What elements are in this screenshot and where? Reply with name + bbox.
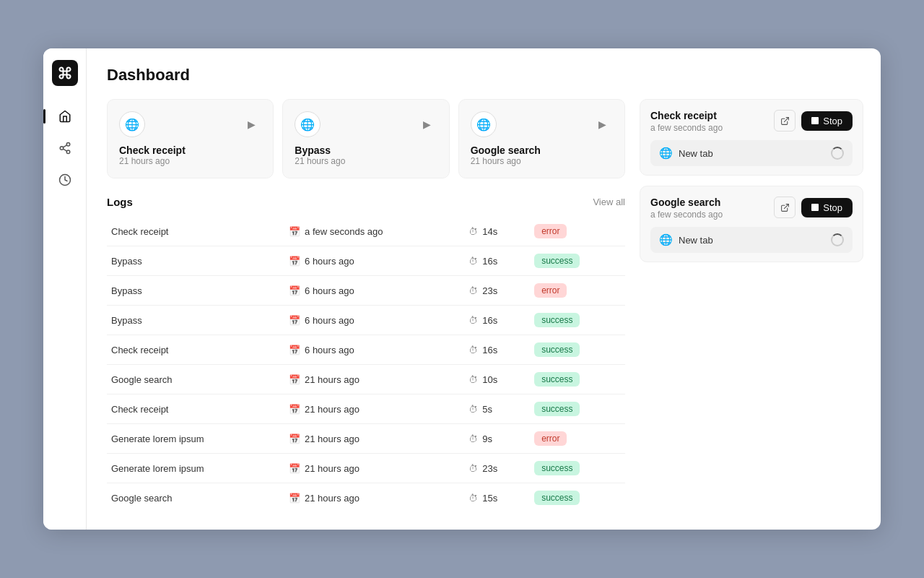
calendar-icon: 📅 — [289, 493, 300, 504]
log-status: error — [530, 217, 625, 246]
logs-title: Logs — [107, 196, 133, 208]
running-agent-card-google-search-running: Google search a few seconds ago Stop — [640, 186, 863, 262]
agent-card-header: 🌐 ▶ — [119, 111, 261, 137]
play-button-google-search[interactable]: ▶ — [593, 114, 613, 134]
running-agent-info: Google search a few seconds ago — [650, 197, 723, 220]
log-name: Bypass — [107, 306, 284, 335]
svg-line-7 — [784, 204, 788, 208]
log-duration: ⏱ 23s — [464, 454, 530, 483]
log-row: Check receipt 📅 6 hours ago ⏱ 16s succes… — [107, 335, 625, 365]
log-duration: ⏱ 16s — [464, 306, 530, 335]
running-agent-name: Check receipt — [650, 110, 723, 121]
log-row: Bypass 📅 6 hours ago ⏱ 16s success — [107, 246, 625, 276]
stop-button[interactable]: Stop — [801, 198, 853, 217]
log-duration: ⏱ 16s — [464, 246, 530, 276]
running-agent-header: Check receipt a few seconds ago Stop — [650, 110, 853, 133]
play-button-bypass[interactable]: ▶ — [417, 114, 437, 134]
play-button-check-receipt[interactable]: ▶ — [241, 114, 261, 134]
running-agent-header: Google search a few seconds ago Stop — [650, 197, 853, 220]
loading-spinner — [831, 147, 844, 160]
content-area: 🌐 ▶ Check receipt 21 hours ago 🌐 ▶ — [107, 99, 863, 512]
log-time: 📅 21 hours ago — [284, 483, 464, 513]
external-link-button[interactable] — [774, 110, 796, 131]
timer-icon: ⏱ — [468, 226, 478, 237]
external-link-button[interactable] — [774, 197, 796, 218]
calendar-icon: 📅 — [289, 404, 300, 415]
calendar-icon: 📅 — [289, 374, 300, 385]
agent-card-bypass[interactable]: 🌐 ▶ Bypass 21 hours ago — [282, 99, 449, 178]
running-agent-time: a few seconds ago — [650, 210, 723, 220]
log-row: Generate lorem ipsum 📅 21 hours ago ⏱ 23… — [107, 454, 625, 483]
sidebar — [43, 48, 87, 530]
log-duration: ⏱ 5s — [464, 394, 530, 424]
agent-globe-icon: 🌐 — [295, 111, 321, 137]
calendar-icon: 📅 — [289, 256, 300, 267]
logs-header: Logs View all — [107, 196, 625, 208]
log-duration: ⏱ 15s — [464, 483, 530, 513]
new-tab-label: 🌐 New tab — [659, 233, 713, 246]
status-badge: success — [534, 402, 580, 416]
stop-icon — [811, 204, 819, 211]
page-title: Dashboard — [107, 66, 863, 85]
agent-card-google-search[interactable]: 🌐 ▶ Google search 21 hours ago — [458, 99, 625, 178]
timer-icon: ⏱ — [468, 315, 478, 326]
timer-icon: ⏱ — [468, 256, 478, 267]
view-all-link[interactable]: View all — [593, 197, 625, 207]
log-time: 📅 6 hours ago — [284, 335, 464, 365]
status-badge: success — [534, 491, 580, 505]
log-status: error — [530, 276, 625, 306]
calendar-icon: 📅 — [289, 434, 300, 444]
log-name: Bypass — [107, 246, 284, 276]
calendar-icon: 📅 — [289, 285, 300, 296]
log-status: success — [530, 394, 625, 424]
status-badge: error — [534, 283, 567, 298]
running-agent-card-check-receipt-running: Check receipt a few seconds ago Stop — [640, 99, 863, 176]
agent-card-name: Bypass — [295, 144, 437, 156]
left-panel: 🌐 ▶ Check receipt 21 hours ago 🌐 ▶ — [107, 99, 625, 512]
globe-icon: 🌐 — [659, 233, 673, 246]
agent-card-header: 🌐 ▶ — [471, 111, 613, 137]
log-status: success — [530, 246, 625, 276]
log-row: Google search 📅 21 hours ago ⏱ 10s succe… — [107, 365, 625, 394]
calendar-icon: 📅 — [289, 345, 300, 355]
svg-line-4 — [63, 145, 66, 147]
log-row: Bypass 📅 6 hours ago ⏱ 16s success — [107, 306, 625, 335]
agent-card-time: 21 hours ago — [471, 156, 613, 166]
timer-icon: ⏱ — [468, 463, 478, 474]
timer-icon: ⏱ — [468, 404, 478, 415]
log-row: Generate lorem ipsum 📅 21 hours ago ⏱ 9s… — [107, 424, 625, 454]
status-badge: error — [534, 224, 567, 238]
timer-icon: ⏱ — [468, 493, 478, 504]
sidebar-item-workflows[interactable] — [52, 135, 78, 161]
log-name: Check receipt — [107, 394, 284, 424]
log-name: Bypass — [107, 276, 284, 306]
log-duration: ⏱ 16s — [464, 335, 530, 365]
status-badge: error — [534, 431, 567, 446]
log-row: Google search 📅 21 hours ago ⏱ 15s succe… — [107, 483, 625, 513]
log-status: success — [530, 365, 625, 394]
log-time: 📅 21 hours ago — [284, 365, 464, 394]
new-tab-text: New tab — [679, 148, 713, 159]
stop-button[interactable]: Stop — [801, 111, 853, 131]
status-badge: success — [534, 372, 580, 387]
timer-icon: ⏱ — [468, 434, 478, 444]
agent-card-check-receipt[interactable]: 🌐 ▶ Check receipt 21 hours ago — [107, 99, 274, 178]
running-agent-time: a few seconds ago — [650, 123, 723, 133]
log-name: Google search — [107, 483, 284, 513]
sidebar-item-history[interactable] — [52, 167, 78, 193]
agent-globe-icon: 🌐 — [119, 111, 145, 137]
logs-section: Logs View all Check receipt 📅 a few seco… — [107, 196, 625, 512]
log-time: 📅 6 hours ago — [284, 306, 464, 335]
agent-card-time: 21 hours ago — [119, 156, 261, 166]
status-badge: success — [534, 313, 580, 327]
agent-card-name: Google search — [471, 144, 613, 156]
new-tab-row: 🌐 New tab — [650, 140, 853, 166]
timer-icon: ⏱ — [468, 374, 478, 385]
log-status: success — [530, 335, 625, 365]
log-name: Generate lorem ipsum — [107, 454, 284, 483]
log-row: Check receipt 📅 21 hours ago ⏱ 5s succes… — [107, 394, 625, 424]
sidebar-item-home[interactable] — [52, 103, 78, 129]
timer-icon: ⏱ — [468, 285, 478, 296]
running-agent-actions: Stop — [774, 197, 853, 218]
agent-card-name: Check receipt — [119, 144, 261, 156]
